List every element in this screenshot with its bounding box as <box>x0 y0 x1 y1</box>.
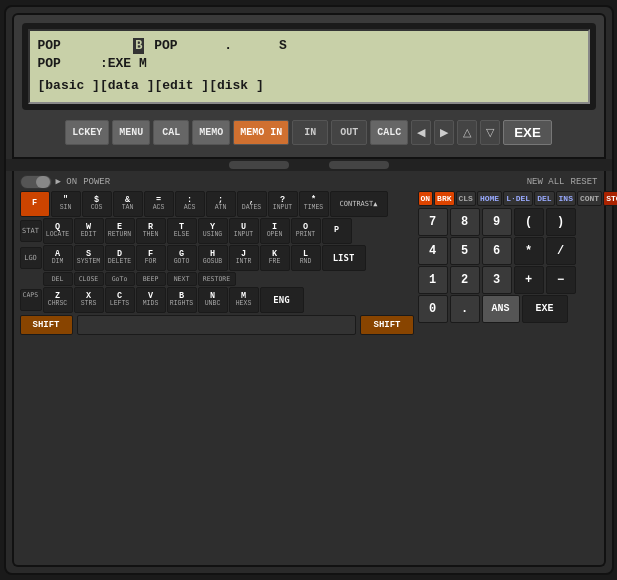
spacebar[interactable] <box>77 315 357 335</box>
list-key[interactable]: LIST <box>322 245 366 271</box>
semicolon-key[interactable]: ; ATN <box>206 191 236 217</box>
np-4[interactable]: 4 <box>418 237 448 265</box>
r-key[interactable]: R THEN <box>136 218 166 244</box>
x-key[interactable]: X STRS <box>74 287 104 313</box>
power-switch[interactable] <box>20 175 52 189</box>
eng-key[interactable]: ENG <box>260 287 304 313</box>
exe-function-button[interactable]: EXE <box>503 120 552 145</box>
ins-button[interactable]: INS <box>556 191 576 206</box>
np-rparen[interactable]: ) <box>546 208 576 236</box>
shift-left-button[interactable]: SHIFT <box>20 315 73 335</box>
np-2[interactable]: 2 <box>450 266 480 294</box>
p-key[interactable]: P <box>322 218 352 244</box>
j-key[interactable]: J INTR <box>229 245 259 271</box>
f-key-label: F <box>32 199 37 208</box>
screen-menu: [basic ][data ][edit ][disk ] <box>38 77 580 95</box>
del-label-key[interactable]: DEL <box>43 272 73 286</box>
equals-key[interactable]: = ACS <box>144 191 174 217</box>
np-plus[interactable]: + <box>514 266 544 294</box>
ldel-button[interactable]: L·DEL <box>503 191 533 206</box>
t-key[interactable]: T ELSE <box>167 218 197 244</box>
b-key[interactable]: B RIGHTS <box>167 287 197 313</box>
np-dot[interactable]: . <box>450 295 480 323</box>
y-key[interactable]: Y USING <box>198 218 228 244</box>
np-6[interactable]: 6 <box>482 237 512 265</box>
np-divide[interactable]: / <box>546 237 576 265</box>
u-key[interactable]: U INPUT <box>229 218 259 244</box>
question-key[interactable]: ? INPUT <box>268 191 298 217</box>
s-key[interactable]: S SYSTEM <box>74 245 104 271</box>
colon-key[interactable]: : ACS <box>175 191 205 217</box>
next-key[interactable]: NEXT <box>167 272 197 286</box>
v-key[interactable]: V MIDS <box>136 287 166 313</box>
i-key[interactable]: I OPEN <box>260 218 290 244</box>
g-key[interactable]: G GOTO <box>167 245 197 271</box>
w-key[interactable]: W EDIT <box>74 218 104 244</box>
np-minus[interactable]: − <box>546 266 576 294</box>
hinge-left <box>229 161 289 169</box>
z-key[interactable]: Z CHRSC <box>43 287 73 313</box>
np-7[interactable]: 7 <box>418 208 448 236</box>
f-key[interactable]: F <box>20 191 50 217</box>
contrast-key[interactable]: CONTRAST▲ <box>330 191 388 217</box>
arrow-right-button[interactable]: ▶ <box>434 120 454 145</box>
c-key[interactable]: C LEFTS <box>105 287 135 313</box>
in-button[interactable]: IN <box>292 120 328 145</box>
np-1[interactable]: 1 <box>418 266 448 294</box>
del-button[interactable]: DEL <box>534 191 554 206</box>
q-key[interactable]: Q LOCATE <box>43 218 73 244</box>
k-key[interactable]: K FRE <box>260 245 290 271</box>
quote-key[interactable]: " SIN <box>51 191 81 217</box>
cls-button[interactable]: CLS <box>456 191 476 206</box>
new-all-button[interactable]: NEW ALL <box>527 177 565 187</box>
memo-button[interactable]: MEMO <box>192 120 230 145</box>
np-ans[interactable]: ANS <box>482 295 520 323</box>
np-exe[interactable]: EXE <box>522 295 568 323</box>
home-button[interactable]: HOME <box>477 191 502 206</box>
lckey-button[interactable]: LCKEY <box>65 120 109 145</box>
times-key[interactable]: * TIMES <box>299 191 329 217</box>
dollar-key[interactable]: $ COS <box>82 191 112 217</box>
np-lparen[interactable]: ( <box>514 208 544 236</box>
d-key[interactable]: D DELETE <box>105 245 135 271</box>
top-section: POP B POP . S POP :EXE M [basic ][data ]… <box>12 13 606 159</box>
arrow-up-button[interactable]: △ <box>457 120 477 145</box>
restore-key[interactable]: RESTORE <box>198 272 236 286</box>
shift-right-button[interactable]: SHIFT <box>360 315 413 335</box>
amp-key[interactable]: & TAN <box>113 191 143 217</box>
f2-key[interactable]: F FOR <box>136 245 166 271</box>
on-button[interactable]: ON <box>418 191 434 206</box>
keyboard-area: F " SIN $ COS & TAN <box>20 191 414 561</box>
caps-key[interactable]: CAPS <box>20 289 42 311</box>
h-key[interactable]: H GOSUB <box>198 245 228 271</box>
beep-key[interactable]: BEEP <box>136 272 166 286</box>
n-key[interactable]: N UNBC <box>198 287 228 313</box>
numpad-row-3: 1 2 3 + − <box>418 266 598 294</box>
np-0[interactable]: 0 <box>418 295 448 323</box>
reset-button[interactable]: RESET <box>570 177 597 187</box>
np-5[interactable]: 5 <box>450 237 480 265</box>
comma-key[interactable]: , DATES <box>237 191 267 217</box>
calc-button[interactable]: CALC <box>370 120 408 145</box>
top-right-controls: NEW ALL RESET <box>527 177 598 187</box>
cont-button[interactable]: CONT <box>577 191 602 206</box>
menu-button[interactable]: MENU <box>112 120 150 145</box>
np-9[interactable]: 9 <box>482 208 512 236</box>
out-button[interactable]: OUT <box>331 120 367 145</box>
arrow-down-button[interactable]: ▽ <box>480 120 500 145</box>
np-8[interactable]: 8 <box>450 208 480 236</box>
brk-button[interactable]: BRK <box>434 191 454 206</box>
cal-button[interactable]: CAL <box>153 120 189 145</box>
m-key[interactable]: M HEXS <box>229 287 259 313</box>
np-multiply[interactable]: * <box>514 237 544 265</box>
a-key[interactable]: A DIM <box>43 245 73 271</box>
memo-in-button[interactable]: MEMO IN <box>233 120 289 145</box>
close-key[interactable]: CLOSE <box>74 272 104 286</box>
e-key[interactable]: E RETURN <box>105 218 135 244</box>
o-key[interactable]: O PRINT <box>291 218 321 244</box>
goto-key[interactable]: GoTo <box>105 272 135 286</box>
stop-button[interactable]: STOP <box>603 191 617 206</box>
arrow-left-button[interactable]: ◀ <box>411 120 431 145</box>
np-3[interactable]: 3 <box>482 266 512 294</box>
l-key[interactable]: L RND <box>291 245 321 271</box>
